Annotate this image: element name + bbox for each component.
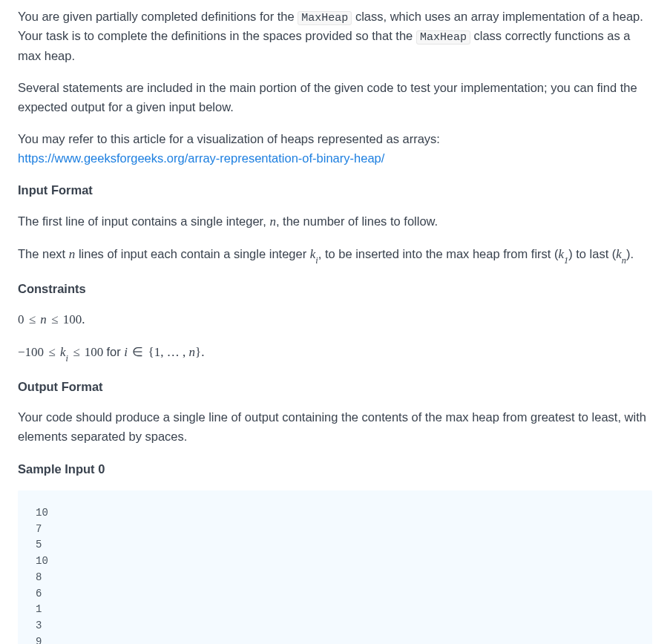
intro-paragraph-3: You may refer to this article for a visu… (18, 130, 652, 168)
output-format-heading: Output Format (18, 378, 652, 397)
text: ). (626, 247, 634, 260)
text: ) to last ( (568, 247, 616, 260)
constraint-ki-bounds: −100 ≤ ki ≤ 100 for i ∈ {1, … , n}. (18, 343, 652, 364)
output-format-p1: Your code should produce a single line o… (18, 408, 652, 446)
var-k1: k1 (558, 247, 568, 261)
input-format-p2: The next n lines of input each contain a… (18, 245, 652, 266)
intro-paragraph-2: Several statements are included in the m… (18, 79, 652, 116)
text: You are given partially completed defini… (18, 10, 298, 23)
text: , to be inserted into the max heap from … (318, 247, 559, 260)
text: for (106, 345, 124, 358)
text: You may refer to this article for a visu… (18, 132, 440, 145)
sample-input-block: 10 7 5 10 8 6 1 3 9 4 2 (18, 490, 652, 644)
constraint-n-bounds: 0 ≤ n ≤ 100. (18, 310, 652, 329)
text: , the number of lines to follow. (276, 214, 438, 228)
var-ki: ki (310, 247, 318, 261)
var-n: n (269, 214, 276, 229)
constraints-heading: Constraints (18, 280, 652, 299)
text: The first line of input contains a singl… (18, 214, 269, 228)
intro-paragraph-1: You are given partially completed defini… (18, 7, 652, 65)
var-kn: kn (616, 247, 626, 261)
code-maxheap-1: MaxHeap (298, 11, 352, 25)
heap-visualization-link[interactable]: https://www.geeksforgeeks.org/array-repr… (18, 151, 384, 165)
code-maxheap-2: MaxHeap (416, 30, 470, 45)
sample-input-heading: Sample Input 0 (18, 460, 652, 479)
text: The next (18, 247, 69, 260)
input-format-heading: Input Format (18, 181, 652, 200)
sample-input-pre: 10 7 5 10 8 6 1 3 9 4 2 (36, 505, 634, 644)
text: lines of input each contain a single int… (75, 247, 309, 260)
input-format-p1: The first line of input contains a singl… (18, 212, 652, 231)
